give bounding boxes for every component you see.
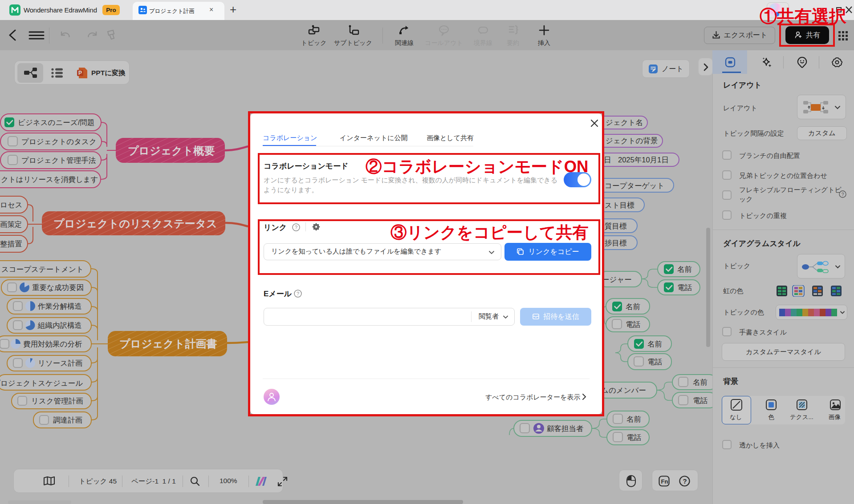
svg-text:名前: 名前 bbox=[626, 302, 640, 310]
svg-text:Fn: Fn bbox=[661, 478, 668, 485]
svg-text:ジェクトの背景: ジェクトの背景 bbox=[606, 137, 658, 145]
svg-text:名前: 名前 bbox=[647, 340, 662, 348]
svg-text:電話: 電話 bbox=[626, 320, 641, 328]
svg-text:組織内訳構造: 組織内訳構造 bbox=[37, 321, 82, 329]
svg-text:画策定: 画策定 bbox=[0, 220, 22, 228]
svg-text:ロセス: ロセス bbox=[0, 201, 23, 209]
svg-text:名前: 名前 bbox=[693, 378, 708, 386]
svg-text:プロジェクトスケジュール: プロジェクトスケジュール bbox=[0, 379, 83, 387]
svg-text:?: ? bbox=[683, 477, 687, 485]
svg-text:日: 日 bbox=[604, 156, 611, 164]
svg-text:リソース計画: リソース計画 bbox=[38, 359, 82, 367]
svg-text:作業分解構造: 作業分解構造 bbox=[37, 302, 82, 310]
svg-text:ージャー: ージャー bbox=[602, 275, 632, 283]
svg-text:整措置: 整措置 bbox=[0, 240, 22, 248]
svg-text:コープターゲット: コープターゲット bbox=[605, 181, 664, 190]
svg-text:スト目標: スト目標 bbox=[605, 201, 634, 209]
svg-text:P: P bbox=[78, 70, 82, 76]
svg-text:電話: 電話 bbox=[647, 358, 663, 366]
svg-text:名前: 名前 bbox=[677, 265, 692, 273]
svg-text:プロジェクトのリスクステータス: プロジェクトのリスクステータス bbox=[53, 218, 217, 230]
svg-text:電話: 電話 bbox=[677, 283, 692, 291]
svg-text:プロジェクト計画書: プロジェクト計画書 bbox=[119, 338, 217, 350]
svg-text:?: ? bbox=[842, 192, 844, 197]
svg-text:ムのメンバー: ムのメンバー bbox=[601, 386, 646, 394]
svg-text:2025年10月1日: 2025年10月1日 bbox=[618, 156, 669, 164]
svg-text:プロジェクトのタスク: プロジェクトのタスク bbox=[21, 137, 97, 145]
svg-text:調達計画: 調達計画 bbox=[53, 416, 82, 424]
svg-text:ジェクト名: ジェクト名 bbox=[606, 118, 643, 126]
svg-text:電話: 電話 bbox=[626, 433, 642, 441]
svg-text:ビジネスのニーズ/問題: ビジネスのニーズ/問題 bbox=[18, 118, 94, 126]
svg-text:クトはリソースを消費します: クトはリソースを消費します bbox=[1, 175, 98, 184]
svg-text:捗目標: 捗目標 bbox=[605, 239, 627, 247]
svg-text:電話: 電話 bbox=[693, 396, 708, 404]
svg-text:プロジェクト概要: プロジェクト概要 bbox=[128, 145, 215, 157]
svg-text:プロジェクト管理手法: プロジェクト管理手法 bbox=[21, 156, 96, 164]
svg-text:費用対効果の分析: 費用対効果の分析 bbox=[23, 340, 82, 348]
svg-text:質目標: 質目標 bbox=[605, 222, 627, 230]
svg-text:リスク管理計画: リスク管理計画 bbox=[31, 397, 83, 405]
svg-text:重要な成功要因: 重要な成功要因 bbox=[32, 283, 84, 291]
svg-text:顧客担当者: 顧客担当者 bbox=[547, 424, 584, 432]
svg-text:名前: 名前 bbox=[626, 415, 641, 423]
svg-text:トスコープステートメント: トスコープステートメント bbox=[0, 265, 84, 273]
